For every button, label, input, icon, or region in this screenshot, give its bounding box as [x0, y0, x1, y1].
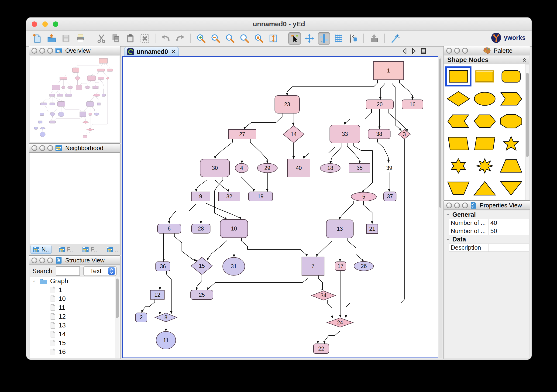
- graph-edge-20-33[interactable]: [345, 109, 371, 125]
- structure-header[interactable]: Structure View: [29, 256, 120, 265]
- palette-shape-fat-arrow-left[interactable]: [445, 111, 471, 131]
- panel-button[interactable]: [39, 258, 45, 263]
- property-value[interactable]: 50: [488, 227, 529, 235]
- paste-button[interactable]: [124, 33, 136, 45]
- panel-tab-F[interactable]: F..: [56, 245, 75, 254]
- overview-header[interactable]: Overview: [29, 46, 120, 55]
- property-value[interactable]: [488, 244, 529, 252]
- property-group-data[interactable]: › Data: [444, 235, 529, 244]
- graph-drawing[interactable]: 1232016271433383304294018353993219537628…: [123, 57, 438, 358]
- zoom-in-button[interactable]: [195, 33, 207, 45]
- undo-button[interactable]: [160, 33, 172, 45]
- graph-edge-1-20[interactable]: [380, 80, 385, 100]
- zoom-out-button[interactable]: [210, 33, 222, 45]
- palette-shape-triangle-down[interactable]: [498, 178, 524, 198]
- panel-button[interactable]: [47, 258, 53, 263]
- fit-content-button[interactable]: [267, 33, 279, 45]
- panel-button[interactable]: [32, 48, 37, 54]
- graph-edge-6-15[interactable]: [174, 233, 197, 261]
- graph-edge-15-25[interactable]: [197, 275, 202, 290]
- palette-shape-diamond[interactable]: [445, 89, 471, 109]
- graph-edge-38-39[interactable]: [377, 139, 389, 163]
- graph-edge-12-2[interactable]: [142, 299, 155, 312]
- new-document-button[interactable]: [31, 33, 43, 45]
- graph-edge-9-10[interactable]: [206, 201, 240, 219]
- graph-edge-1-16[interactable]: [400, 80, 412, 100]
- graph-edge-1-23[interactable]: [287, 80, 377, 96]
- palette-scroll-thumb[interactable]: [526, 73, 529, 157]
- graph-edge-23-14[interactable]: [293, 113, 294, 126]
- zoom-button[interactable]: [238, 33, 251, 45]
- palette-shape-star-8[interactable]: [472, 156, 498, 176]
- tree-item-12[interactable]: 12: [30, 312, 120, 321]
- palette-shape-trapezoid-down[interactable]: [445, 178, 471, 198]
- group-chevron-icon[interactable]: ›: [445, 212, 451, 217]
- graph-edge-27-30[interactable]: [215, 139, 233, 159]
- edge-label-button[interactable]: [347, 33, 359, 45]
- magic-wand-button[interactable]: [389, 33, 401, 45]
- panel-button[interactable]: [47, 145, 53, 151]
- palette-shape-trapezoid[interactable]: [498, 156, 524, 176]
- next-tab-icon[interactable]: [411, 48, 417, 54]
- graph-canvas[interactable]: 1232016271433383304294018353993219537628…: [122, 56, 438, 358]
- graph-edge-23-27[interactable]: [245, 113, 282, 130]
- panel-button[interactable]: [446, 203, 452, 208]
- graph-edge-24-22[interactable]: [324, 327, 340, 343]
- palette-shape-rectangle[interactable]: [445, 66, 471, 86]
- graph-edge-27-29[interactable]: [250, 139, 267, 163]
- tree-scrollbar[interactable]: [115, 277, 119, 358]
- tree-item-14[interactable]: 14: [30, 330, 120, 339]
- tree-item-15[interactable]: 15: [30, 339, 120, 347]
- document-tab[interactable]: unnamed0 ✕: [124, 47, 179, 57]
- graph-edge-10-15[interactable]: [207, 238, 227, 261]
- graph-edge-33-18[interactable]: [330, 143, 341, 163]
- edit-mode-button[interactable]: [288, 32, 301, 45]
- tab-close-icon[interactable]: ✕: [171, 48, 176, 56]
- panel-button[interactable]: [446, 48, 452, 54]
- shape-nodes-section[interactable]: Shape Nodes: [444, 56, 529, 64]
- tree-item-16[interactable]: 16: [30, 347, 120, 356]
- palette-scrollbar[interactable]: [525, 65, 529, 200]
- search-type-select[interactable]: Text: [83, 266, 117, 276]
- print-button[interactable]: [74, 33, 86, 45]
- graph-edge-13-26[interactable]: [348, 238, 364, 261]
- palette-shape-fat-arrow-right[interactable]: [498, 89, 524, 109]
- graph-edge-13-7[interactable]: [317, 238, 332, 257]
- graph-edge-5-13[interactable]: [340, 201, 353, 220]
- palette-header[interactable]: Palette: [444, 46, 530, 55]
- panel-button[interactable]: [39, 145, 45, 151]
- property-group-general[interactable]: › General: [444, 211, 529, 219]
- pan-button[interactable]: [303, 33, 315, 45]
- tab-list-icon[interactable]: [421, 48, 426, 54]
- palette-shape-rectangle-3d[interactable]: [472, 66, 498, 86]
- grid-button[interactable]: [333, 33, 345, 45]
- graph-edge-30-32[interactable]: [215, 177, 229, 192]
- panel-button[interactable]: [462, 203, 468, 208]
- export-button[interactable]: [368, 33, 380, 45]
- snap-lines-button[interactable]: [318, 32, 330, 45]
- graph-edge-30-9[interactable]: [196, 177, 207, 192]
- zoom-1-1-button[interactable]: 1:1: [224, 33, 236, 45]
- panel-button[interactable]: [454, 203, 460, 208]
- panel-button[interactable]: [454, 48, 460, 54]
- graph-edge-34-24[interactable]: [328, 300, 333, 318]
- canvas-scrollbar[interactable]: [439, 56, 442, 358]
- open-button[interactable]: [45, 33, 57, 45]
- palette-shape-round-rectangle[interactable]: [498, 66, 524, 86]
- tree-item-11[interactable]: 11: [30, 303, 120, 312]
- disclosure-chevron-icon[interactable]: ›: [31, 279, 38, 283]
- tree-item-10[interactable]: 10: [30, 294, 120, 303]
- graph-edge-10-7[interactable]: [241, 238, 307, 257]
- panel-button[interactable]: [39, 48, 45, 54]
- tree-root-graph[interactable]: › Graph: [30, 277, 120, 286]
- cut-button[interactable]: [95, 33, 107, 45]
- graph-edge-5-21[interactable]: [364, 201, 372, 224]
- property-value[interactable]: 40: [488, 219, 529, 227]
- graph-edge-9-6[interactable]: [169, 201, 196, 224]
- graph-edge-36-8[interactable]: [166, 271, 171, 314]
- graph-edge-4-19[interactable]: [241, 173, 254, 192]
- palette-shape-star-5[interactable]: [498, 134, 524, 154]
- overview-graph[interactable]: [31, 57, 117, 139]
- panel-tab-N[interactable]: N..: [31, 245, 51, 254]
- collapse-section-icon[interactable]: [522, 57, 526, 62]
